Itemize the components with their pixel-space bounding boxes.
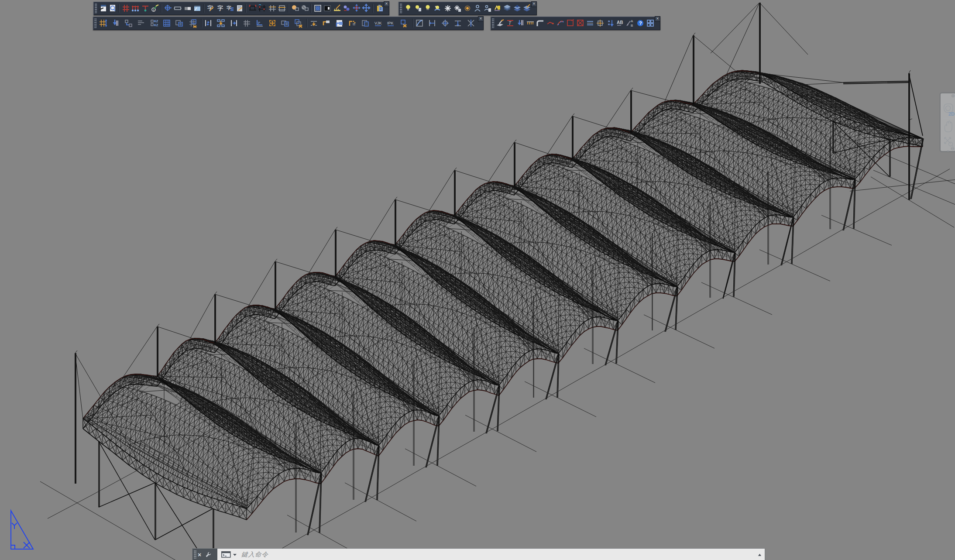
svg-text:AB: AB: [617, 20, 623, 25]
svg-text:字: 字: [217, 5, 223, 11]
svg-text:KZ: KZ: [154, 24, 158, 27]
svg-text:T: T: [508, 21, 512, 26]
svg-text:B: B: [631, 24, 633, 27]
svg-text:KZ: KZ: [154, 20, 158, 23]
svg-text:IPK: IPK: [387, 21, 394, 25]
svg-text:2D: 2D: [948, 111, 955, 117]
svg-text:VJK: VJK: [374, 21, 382, 25]
svg-text:A: A: [631, 19, 633, 23]
svg-text:?: ?: [639, 21, 642, 26]
